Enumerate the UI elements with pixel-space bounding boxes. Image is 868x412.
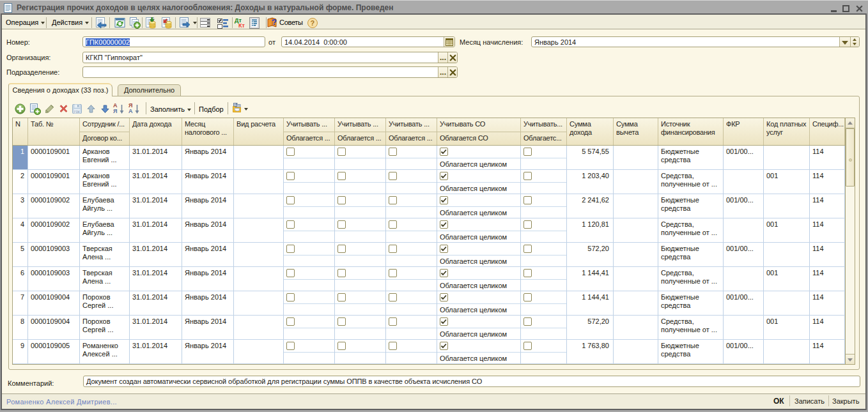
- svg-text:?: ?: [311, 19, 315, 27]
- svg-text:ГОК: ГОК: [74, 111, 80, 114]
- svg-text:?: ?: [272, 17, 277, 27]
